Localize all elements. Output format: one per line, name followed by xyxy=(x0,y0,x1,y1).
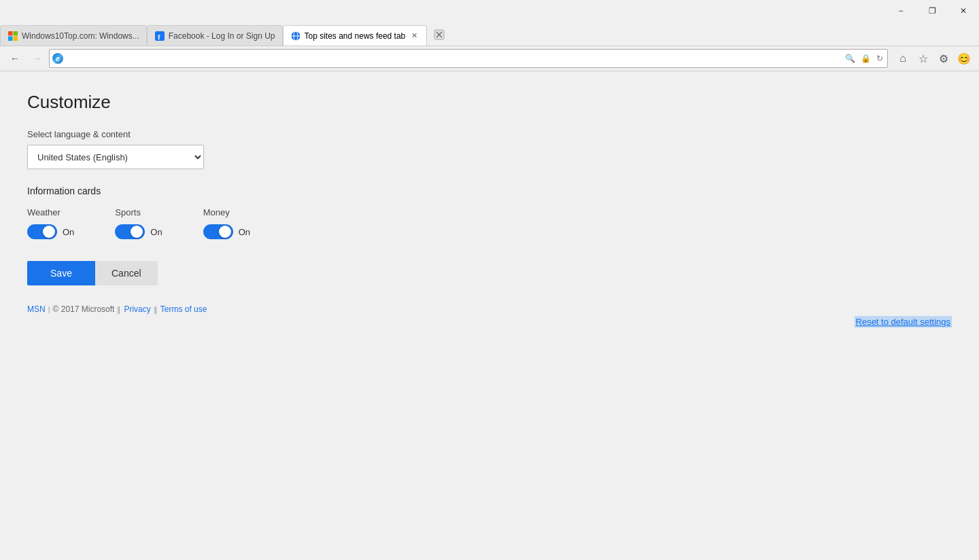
weather-label: Weather xyxy=(27,207,74,217)
tab-facebook[interactable]: f Facebook - Log In or Sign Up xyxy=(147,25,283,46)
title-bar: − ❐ ✕ xyxy=(0,0,979,22)
tab2-label: Facebook - Log In or Sign Up xyxy=(169,31,275,41)
footer-copyright: © 2017 Microsoft xyxy=(53,304,115,314)
footer-links: MSN | © 2017 Microsoft ‖ Privacy ‖ Terms… xyxy=(27,304,952,314)
reset-default-link[interactable]: Reset to default settings xyxy=(855,316,952,328)
info-cards-label: Information cards xyxy=(27,186,952,196)
sports-toggle-row: On xyxy=(115,224,162,239)
minimize-button[interactable]: − xyxy=(885,0,916,22)
window-controls: − ❐ ✕ xyxy=(885,0,979,22)
svg-rect-0 xyxy=(8,31,13,36)
content-area: Customize Select language & content Unit… xyxy=(0,71,979,560)
sports-label: Sports xyxy=(115,207,162,217)
new-tab-button[interactable] xyxy=(428,27,450,46)
settings-button[interactable]: ⚙ xyxy=(934,49,953,68)
close-button[interactable]: ✕ xyxy=(948,0,979,22)
footer-sep1: | xyxy=(48,305,50,313)
back-button[interactable]: ← xyxy=(5,49,24,68)
money-label: Money xyxy=(203,207,250,217)
tab-top-sites[interactable]: Top sites and news feed tab ✕ xyxy=(283,25,428,46)
sports-toggle[interactable] xyxy=(115,224,145,239)
lock-icon: 🔒 xyxy=(859,54,872,63)
money-toggle[interactable] xyxy=(203,224,233,239)
toolbar-right: ⌂ ☆ ⚙ 😊 xyxy=(893,49,974,68)
tab1-label: Windows10Top.com: Windows... xyxy=(22,31,139,41)
sports-toggle-knob xyxy=(131,226,143,238)
footer-sep2: ‖ xyxy=(117,305,121,314)
tab-bar: Windows10Top.com: Windows... f Facebook … xyxy=(0,22,979,46)
money-toggle-group: Money On xyxy=(203,207,250,239)
home-button[interactable]: ⌂ xyxy=(893,49,912,68)
tab2-icon: f xyxy=(154,31,165,41)
svg-rect-1 xyxy=(14,31,18,36)
tab-windows10top[interactable]: Windows10Top.com: Windows... xyxy=(0,25,147,46)
msn-link[interactable]: MSN xyxy=(27,304,46,314)
money-toggle-state: On xyxy=(239,227,250,237)
address-bar-row: ← → e 🔍 🔒 ↻ ⌂ ☆ ⚙ 😊 xyxy=(0,46,979,71)
weather-toggle-row: On xyxy=(27,224,74,239)
footer-sep3: ‖ xyxy=(154,305,158,314)
language-section-label: Select language & content xyxy=(27,129,952,139)
money-toggle-row: On xyxy=(203,224,250,239)
svg-rect-2 xyxy=(8,36,13,41)
browser-favicon: e xyxy=(52,53,63,64)
tab1-icon xyxy=(7,31,18,41)
tab3-icon xyxy=(290,31,301,41)
privacy-link[interactable]: Privacy xyxy=(124,304,150,314)
tab3-close-icon[interactable]: ✕ xyxy=(409,31,419,41)
favorites-button[interactable]: ☆ xyxy=(914,49,933,68)
svg-rect-3 xyxy=(14,36,18,41)
address-input[interactable] xyxy=(66,54,841,63)
new-tab-icon xyxy=(434,29,445,43)
save-button[interactable]: Save xyxy=(27,261,95,285)
weather-toggle-knob xyxy=(43,226,55,238)
sports-toggle-state: On xyxy=(150,227,162,237)
svg-text:f: f xyxy=(158,33,160,41)
forward-button[interactable]: → xyxy=(27,49,46,68)
address-bar: e 🔍 🔒 ↻ xyxy=(49,49,888,68)
cancel-button[interactable]: Cancel xyxy=(95,261,158,285)
terms-link[interactable]: Terms of use xyxy=(160,304,207,314)
search-icon[interactable]: 🔍 xyxy=(844,54,857,63)
weather-toggle[interactable] xyxy=(27,224,57,239)
tab3-label: Top sites and news feed tab xyxy=(305,31,406,41)
page-title: Customize xyxy=(27,92,952,113)
weather-toggle-state: On xyxy=(63,227,74,237)
refresh-icon[interactable]: ↻ xyxy=(875,54,884,63)
maximize-button[interactable]: ❐ xyxy=(916,0,948,22)
money-toggle-knob xyxy=(219,226,231,238)
emoji-button[interactable]: 😊 xyxy=(955,49,974,68)
weather-toggle-group: Weather On xyxy=(27,207,74,239)
sports-toggle-group: Sports On xyxy=(115,207,162,239)
language-select[interactable]: United States (English) United Kingdom (… xyxy=(27,145,204,169)
buttons-row: Save Cancel xyxy=(27,261,952,285)
toggles-row: Weather On Sports On Money xyxy=(27,207,952,239)
